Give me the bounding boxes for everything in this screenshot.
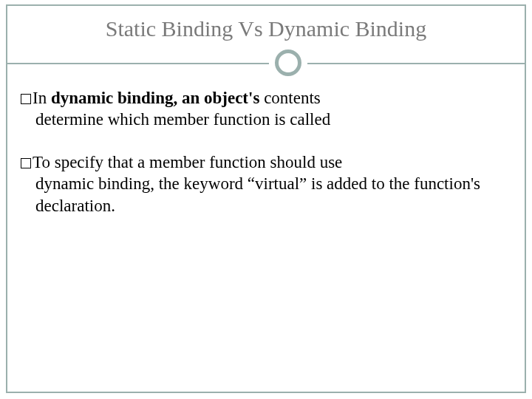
bullet-lead: In — [33, 89, 51, 107]
slide: Static Binding Vs Dynamic Binding In dyn… — [0, 0, 532, 399]
bullet-lead: To specify that a member function should… — [33, 153, 342, 171]
divider-line — [7, 63, 525, 64]
bullet-bold: dynamic binding, an object's — [51, 89, 259, 107]
bullet-tail: contents — [259, 89, 320, 107]
bullet-item: In dynamic binding, an object's contents… — [21, 87, 502, 131]
slide-title: Static Binding Vs Dynamic Binding — [0, 16, 532, 41]
bullet-item: To specify that a member function should… — [21, 151, 502, 216]
square-bullet-icon — [21, 94, 31, 104]
bullet-continuation: determine which member function is calle… — [35, 109, 502, 130]
slide-body: In dynamic binding, an object's contents… — [21, 87, 502, 237]
square-bullet-icon — [21, 158, 31, 168]
bullet-continuation: dynamic binding, the keyword “virtual” i… — [35, 173, 502, 216]
ring-ornament-icon — [275, 50, 301, 76]
